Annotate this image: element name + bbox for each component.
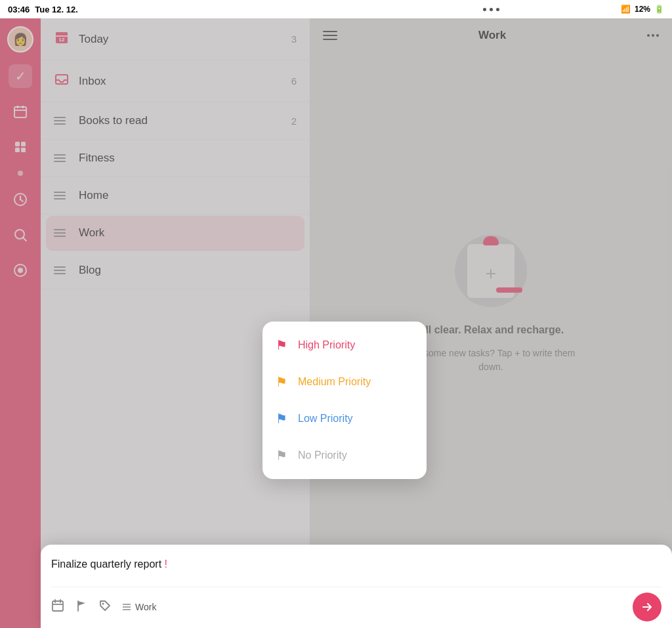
task-input-area[interactable]: Finalize quarterly report !: [41, 545, 672, 628]
svg-rect-6: [15, 148, 20, 152]
main-menu-button[interactable]: [323, 31, 337, 40]
clipboard-line: [496, 287, 522, 293]
books-label: Books to read: [79, 114, 282, 127]
nav-dot: [18, 171, 23, 176]
svg-point-25: [102, 602, 104, 604]
nav-check-icon[interactable]: ✓: [9, 64, 32, 88]
fitness-menu-icon: [54, 154, 70, 162]
blog-label: Blog: [79, 264, 297, 277]
empty-state-subtitle: Got some new tasks? Tap + to write them …: [406, 346, 576, 374]
low-priority-label: Low Priority: [298, 413, 353, 425]
status-bar: 03:46 Tue 12. 12. 📶 12% 🔋: [0, 0, 672, 18]
work-menu-icon: [54, 229, 70, 237]
clipboard-clip: [483, 236, 499, 245]
icon-nav: 👩 ✓: [0, 18, 41, 628]
sidebar-item-home[interactable]: Home: [41, 177, 310, 215]
clipboard-plus-icon: +: [486, 263, 496, 284]
today-icon: 12: [54, 30, 70, 48]
sidebar-item-blog[interactable]: Blog: [41, 252, 310, 289]
medium-priority-flag-icon: ⚑: [276, 374, 287, 390]
nav-clock-icon[interactable]: [9, 188, 32, 211]
sidebar-item-work[interactable]: Work: [46, 216, 304, 251]
priority-high-option[interactable]: ⚑ High Priority: [262, 327, 427, 364]
low-priority-flag-icon: ⚑: [276, 411, 287, 427]
svg-rect-0: [14, 107, 26, 117]
svg-line-12: [23, 238, 26, 241]
nav-calendar-icon[interactable]: [9, 100, 32, 123]
clipboard-body: +: [467, 244, 514, 298]
high-priority-flag-icon: ⚑: [276, 337, 287, 353]
empty-illustration: +: [448, 228, 534, 314]
books-menu-icon: [54, 117, 70, 125]
sidebar-item-inbox[interactable]: Inbox 6: [41, 60, 310, 102]
top-dot-2: [490, 8, 493, 11]
svg-line-10: [20, 199, 23, 201]
svg-rect-7: [21, 148, 26, 152]
svg-rect-4: [15, 142, 20, 146]
blog-menu-icon: [54, 266, 70, 274]
top-dot-1: [483, 8, 486, 11]
today-count: 3: [291, 33, 297, 45]
priority-none-option[interactable]: ⚑ No Priority: [262, 437, 427, 474]
priority-medium-option[interactable]: ⚑ Medium Priority: [262, 364, 427, 400]
inbox-count: 6: [291, 75, 297, 87]
main-header: Work: [310, 18, 672, 52]
task-input-text[interactable]: Finalize quarterly report !: [51, 554, 662, 587]
high-priority-label: High Priority: [298, 339, 355, 351]
main-title: Work: [478, 29, 506, 42]
svg-text:12: 12: [59, 37, 65, 43]
task-submit-button[interactable]: [633, 593, 662, 621]
priority-low-option[interactable]: ⚑ Low Priority: [262, 400, 427, 437]
more-options-button[interactable]: [647, 34, 659, 37]
task-flag-icon[interactable]: [75, 599, 88, 616]
task-list-selector[interactable]: Work: [122, 602, 156, 612]
nav-search-icon[interactable]: [9, 223, 32, 247]
inbox-label: Inbox: [79, 75, 282, 88]
task-text-content: Finalize quarterly report: [51, 558, 165, 570]
task-list-name: Work: [135, 602, 156, 612]
no-priority-label: No Priority: [298, 450, 347, 461]
top-dot-3: [496, 8, 499, 11]
nav-grid-icon[interactable]: [9, 135, 32, 159]
empty-state-title: All clear. Relax and recharge.: [418, 324, 564, 336]
today-label: Today: [79, 33, 282, 46]
svg-rect-16: [56, 32, 68, 36]
svg-rect-20: [52, 601, 63, 611]
sidebar-item-fitness[interactable]: Fitness: [41, 140, 310, 177]
avatar[interactable]: 👩: [7, 26, 33, 52]
books-count: 2: [291, 115, 297, 127]
home-menu-icon: [54, 192, 70, 199]
sidebar-item-today[interactable]: 12 Today 3: [41, 18, 310, 60]
top-dots-separator: [310, 0, 672, 18]
task-toolbar: Work: [51, 587, 662, 621]
work-label: Work: [79, 226, 297, 240]
sidebar-item-books[interactable]: Books to read 2: [41, 102, 310, 140]
task-exclamation-mark: !: [165, 558, 167, 570]
task-calendar-icon[interactable]: [51, 599, 64, 616]
home-label: Home: [79, 189, 297, 202]
status-bar-left: 03:46 Tue 12. 12.: [8, 5, 78, 14]
no-priority-flag-icon: ⚑: [276, 448, 287, 463]
task-tag-icon[interactable]: [98, 599, 112, 616]
nav-circle-icon[interactable]: [9, 259, 32, 282]
status-time: 03:46: [8, 5, 30, 14]
svg-point-14: [18, 268, 23, 273]
status-date: Tue 12. 12.: [35, 5, 78, 14]
priority-dropdown[interactable]: ⚑ High Priority ⚑ Medium Priority ⚑ Low …: [262, 322, 427, 479]
inbox-icon: [54, 72, 70, 90]
svg-rect-5: [21, 142, 26, 146]
medium-priority-label: Medium Priority: [298, 376, 371, 388]
fitness-label: Fitness: [79, 152, 297, 165]
